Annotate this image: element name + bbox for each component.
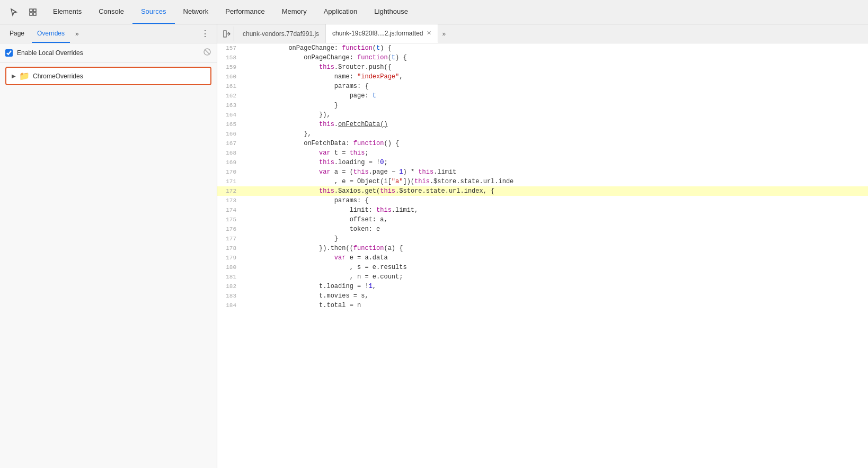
left-panel: Page Overrides » ⋮ Enable Local Override… xyxy=(0,24,217,468)
code-line: 159 this.$router.push({ xyxy=(217,62,868,72)
cursor-icon[interactable] xyxy=(6,5,21,20)
code-line: 184 t.total = n xyxy=(217,301,868,310)
svg-rect-6 xyxy=(224,31,226,37)
code-line: 157 onPageChange: function(t) { xyxy=(217,43,868,53)
tab-application[interactable]: Application xyxy=(315,0,366,24)
file-tab-more[interactable]: » xyxy=(438,30,450,38)
folder-name: ChromeOverrides xyxy=(33,73,83,80)
code-line: 160 name: "indexPage", xyxy=(217,72,868,82)
tab-network[interactable]: Network xyxy=(175,0,217,24)
sub-tabs: Page Overrides » ⋮ xyxy=(0,24,217,43)
tab-lighthouse[interactable]: Lighthouse xyxy=(366,0,417,24)
code-editor: 157 onPageChange: function(t) { 158 onPa… xyxy=(217,43,868,468)
code-line: 166 }, xyxy=(217,129,868,139)
code-line: 175 offset: a, xyxy=(217,215,868,224)
tab-memory[interactable]: Memory xyxy=(273,0,315,24)
code-line: 183 t.movies = s, xyxy=(217,291,868,301)
code-line: 163 } xyxy=(217,101,868,110)
code-line: 162 page: t xyxy=(217,91,868,101)
main-layout: Page Overrides » ⋮ Enable Local Override… xyxy=(0,24,868,468)
code-line: 168 var t = this; xyxy=(217,148,868,158)
svg-rect-1 xyxy=(33,9,36,12)
chevron-right-icon: ▶ xyxy=(12,73,16,79)
code-line: 182 t.loading = !1, xyxy=(217,282,868,291)
file-tabs: chunk-vendors.77daf991.js chunk-19c920f8… xyxy=(217,24,868,43)
sub-tab-menu[interactable]: ⋮ xyxy=(198,29,212,39)
sub-tab-page[interactable]: Page xyxy=(4,24,30,43)
tab-console[interactable]: Console xyxy=(90,0,132,24)
code-line: 171 , e = Object(i["a"])(this.$store.sta… xyxy=(217,177,868,186)
tab-performance[interactable]: Performance xyxy=(217,0,273,24)
code-line: 181 , n = e.count; xyxy=(217,272,868,282)
devtools-icons xyxy=(2,5,45,20)
code-line: 174 limit: this.limit, xyxy=(217,205,868,215)
svg-rect-2 xyxy=(30,13,32,15)
collapse-panel-button[interactable] xyxy=(219,26,234,41)
inspect-icon[interactable] xyxy=(25,5,40,20)
code-line: 169 this.loading = !0; xyxy=(217,158,868,167)
code-line: 165 this.onFetchData() xyxy=(217,120,868,129)
right-panel: chunk-vendors.77daf991.js chunk-19c920f8… xyxy=(217,24,868,468)
code-line: 178 }).then((function(a) { xyxy=(217,244,868,253)
file-tab-vendors[interactable]: chunk-vendors.77daf991.js xyxy=(236,24,326,43)
code-line: 170 var a = (this.page − 1) * this.limit xyxy=(217,167,868,177)
sub-tab-overrides[interactable]: Overrides xyxy=(32,24,70,43)
folder-icon: 📁 xyxy=(19,71,30,81)
overrides-content: Enable Local Overrides ▶ 📁 ChromeOverrid… xyxy=(0,43,217,468)
code-line: 176 token: e xyxy=(217,224,868,234)
svg-rect-3 xyxy=(33,13,36,15)
tab-elements[interactable]: Elements xyxy=(45,0,90,24)
svg-rect-0 xyxy=(30,9,32,12)
devtools-tabbar: Elements Console Sources Network Perform… xyxy=(0,0,868,24)
code-line: 180 , s = e.results xyxy=(217,263,868,272)
file-tab-close-button[interactable]: ✕ xyxy=(427,30,431,37)
code-line: 161 params: { xyxy=(217,82,868,91)
code-line: 164 }), xyxy=(217,110,868,120)
chrome-overrides-folder[interactable]: ▶ 📁 ChromeOverrides xyxy=(5,67,211,85)
enable-overrides-header: Enable Local Overrides xyxy=(0,43,217,62)
code-line-highlighted: 172 this.$axios.get(this.$store.state.ur… xyxy=(217,186,868,196)
block-icon[interactable] xyxy=(203,48,211,58)
code-line: 177 } xyxy=(217,234,868,244)
enable-overrides-checkbox[interactable] xyxy=(5,49,13,57)
code-line: 179 var e = a.data xyxy=(217,253,868,263)
enable-overrides-label: Enable Local Overrides xyxy=(17,49,199,57)
code-line: 173 params: { xyxy=(217,196,868,205)
file-tab-chunk[interactable]: chunk-19c920f8....2.js:formatted ✕ xyxy=(326,24,438,43)
sub-tab-more[interactable]: » xyxy=(72,28,82,40)
tab-sources[interactable]: Sources xyxy=(132,0,175,24)
code-line: 158 onPageChange: function(t) { xyxy=(217,53,868,62)
svg-line-5 xyxy=(205,50,210,55)
code-line: 167 onFetchData: function() { xyxy=(217,139,868,148)
